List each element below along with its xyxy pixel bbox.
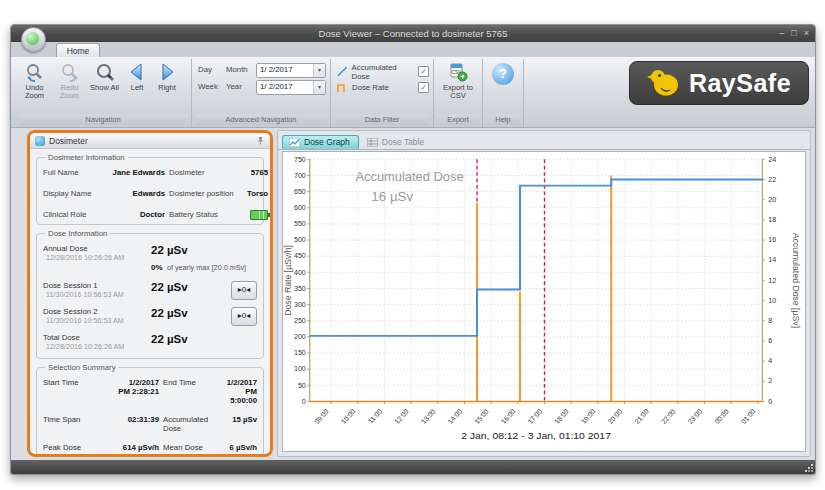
show-all-button[interactable]: Show All: [87, 59, 122, 92]
app-orb-icon: [26, 32, 39, 45]
field-label: Dosimeter position: [169, 189, 243, 198]
dose-chart-svg[interactable]: 0501001502002503003504004505005506006507…: [283, 152, 805, 451]
export-csv-icon: CSV: [448, 62, 468, 82]
maximize-button[interactable]: □: [791, 26, 796, 41]
svg-text:100: 100: [294, 366, 306, 373]
dosimeter-information-group: Dosimeter Information Full Name Jane Edw…: [36, 157, 264, 225]
app-menu-orb[interactable]: [21, 27, 46, 52]
svg-text:18:00: 18:00: [553, 408, 570, 425]
data-filter-group-caption: Data Filter: [334, 114, 430, 125]
field-label: Display Name: [43, 189, 99, 198]
svg-text:00:00: 00:00: [713, 408, 730, 425]
svg-text:0: 0: [302, 398, 306, 405]
ribbon-tab-strip: Home: [11, 42, 815, 57]
field-label: Battery Status: [169, 210, 243, 220]
ribbon-group-data-filter: Accumulated Dose ✓ Dose Rate ✓ Data Filt…: [331, 59, 434, 127]
field-label: Clinical Role: [43, 210, 99, 220]
annual-dose-label: Annual Dose: [43, 244, 151, 253]
dose-session2-row: Dose Session 2 11/30/2016 10:56:53 AM 22…: [43, 307, 257, 326]
accumulated-dose-checkbox[interactable]: ✓: [418, 66, 429, 77]
dose-graph-area[interactable]: 0501001502002503003504004505005506006507…: [282, 151, 806, 452]
raysafe-logo: RaySafe: [629, 61, 809, 105]
reset-session1-button[interactable]: ▸0◂: [231, 281, 257, 300]
summary-label: Peak Dose Rate: [43, 443, 89, 457]
export-to-csv-button[interactable]: CSV Export to CSV: [438, 59, 478, 101]
pin-icon[interactable]: [256, 136, 265, 145]
dose-rate-checkbox[interactable]: ✓: [418, 82, 429, 93]
title-bar[interactable]: Dose Viewer – Connected to dosimeter 576…: [11, 25, 815, 42]
resize-grip[interactable]: [804, 463, 813, 472]
tab-dose-table[interactable]: Dose Table: [361, 136, 432, 149]
summary-value: 614 µSv/h: [93, 443, 159, 457]
reset-session2-button[interactable]: ▸0◂: [231, 307, 257, 326]
date-from-value: 1/ 2/2017: [257, 64, 313, 77]
redo-zoom-button[interactable]: Redo Zoom: [52, 59, 87, 101]
svg-text:24: 24: [768, 156, 776, 163]
chevron-down-icon[interactable]: ▾: [313, 81, 325, 94]
annual-dose-percent-note: of yearly max [20.0 mSv]: [167, 263, 246, 272]
svg-text:0: 0: [768, 398, 772, 405]
date-from-combo[interactable]: 1/ 2/2017 ▾: [256, 63, 326, 78]
summary-label: Time Span: [43, 415, 89, 433]
ribbon-group-export: CSV Export to CSV Export: [434, 59, 483, 127]
year-label[interactable]: Year: [226, 80, 252, 95]
svg-text:Accumulated Dose: Accumulated Dose: [355, 171, 463, 184]
window-title: Dose Viewer – Connected to dosimeter 576…: [319, 28, 508, 39]
summary-label: End Time: [163, 378, 217, 405]
chart-tab-strip: Dose Graph Dose Table: [278, 131, 810, 150]
dose-session2-timestamp: 11/30/2016 10:56:53 AM: [46, 316, 151, 325]
svg-text:2 Jan, 08:12 - 3 Jan, 01:10 20: 2 Jan, 08:12 - 3 Jan, 01:10 2017: [461, 430, 611, 441]
tab-home[interactable]: Home: [56, 43, 100, 58]
summary-value: 1/2/2017 PM 5:00:00: [221, 378, 257, 405]
date-to-combo[interactable]: 1/ 2/2017 ▾: [256, 80, 326, 95]
export-group-caption: Export: [437, 114, 479, 125]
svg-text:400: 400: [294, 269, 306, 276]
chart-panel: Dose Graph Dose Table 050100150200250300…: [277, 130, 811, 457]
undo-zoom-label: Undo Zoom: [17, 84, 52, 101]
week-label[interactable]: Week: [198, 80, 222, 95]
svg-text:500: 500: [294, 236, 306, 243]
app-window: Dose Viewer – Connected to dosimeter 576…: [10, 24, 816, 475]
field-label: Dosimeter: [169, 168, 243, 177]
tab-dose-graph[interactable]: Dose Graph: [282, 135, 359, 149]
svg-text:16: 16: [768, 236, 776, 243]
close-button[interactable]: ×: [804, 26, 809, 41]
redo-zoom-label: Redo Zoom: [52, 84, 87, 101]
dose-graph-icon: [289, 138, 300, 147]
undo-zoom-button[interactable]: Undo Zoom: [17, 59, 52, 101]
month-label[interactable]: Month: [226, 63, 252, 78]
svg-text:14:00: 14:00: [446, 408, 463, 425]
help-icon: ?: [499, 66, 507, 81]
dose-session2-label: Dose Session 2: [43, 307, 151, 316]
svg-text:22:00: 22:00: [660, 408, 677, 425]
summary-label: Accumulated Dose: [163, 415, 217, 433]
pan-right-button[interactable]: Right: [152, 59, 182, 92]
total-dose-value: 22 µSv: [151, 333, 215, 345]
pan-right-label: Right: [158, 84, 176, 92]
dosimeter-panel: Dosimeter Dosimeter Information Full Nam…: [27, 130, 273, 457]
svg-text:19:00: 19:00: [580, 408, 597, 425]
svg-text:350: 350: [294, 285, 306, 292]
pan-left-button[interactable]: Left: [122, 59, 152, 92]
svg-text:750: 750: [294, 156, 306, 163]
dose-graph-tab-label: Dose Graph: [304, 137, 350, 147]
svg-text:300: 300: [294, 301, 306, 308]
battery-status-icon: [250, 210, 268, 220]
day-label[interactable]: Day: [198, 63, 222, 78]
svg-text:700: 700: [294, 172, 306, 179]
svg-text:16:00: 16:00: [500, 408, 517, 425]
svg-text:01:00: 01:00: [740, 408, 757, 425]
svg-text:10:00: 10:00: [340, 408, 357, 425]
svg-text:2: 2: [768, 378, 772, 385]
minimize-button[interactable]: –: [779, 26, 784, 41]
svg-text:09:00: 09:00: [313, 408, 330, 425]
summary-label: Start Time: [43, 378, 89, 405]
svg-text:17:00: 17:00: [526, 408, 543, 425]
arrow-right-icon: [157, 62, 177, 82]
svg-text:4: 4: [768, 358, 772, 365]
accumulated-dose-filter-label: Accumulated Dose: [352, 63, 415, 81]
dosimeter-panel-title: Dosimeter: [49, 136, 252, 146]
chevron-down-icon[interactable]: ▾: [313, 64, 325, 77]
help-button[interactable]: ?: [492, 63, 514, 85]
dose-table-icon: [367, 138, 378, 147]
